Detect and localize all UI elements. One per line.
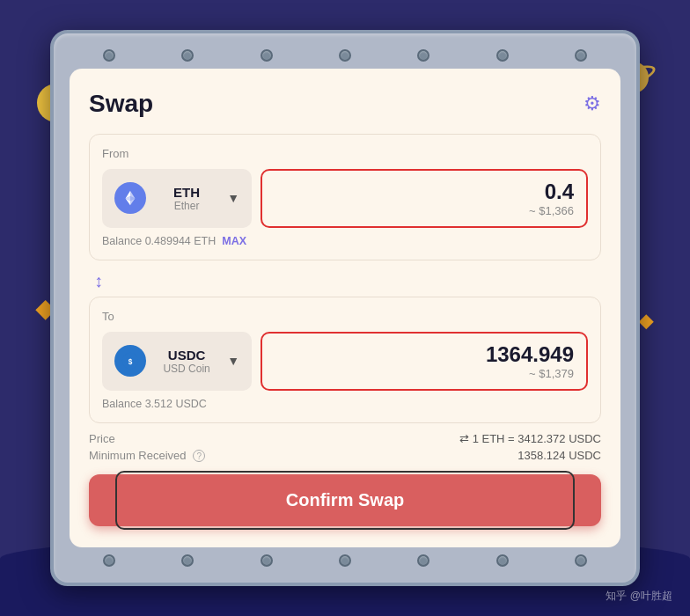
to-chevron-icon: ▼	[227, 354, 239, 368]
info-icon[interactable]: ?	[193, 450, 205, 462]
eth-token-fullname: Ether	[155, 200, 218, 212]
price-value: ⇄ 1 ETH = 3412.372 USDC	[459, 432, 601, 445]
eth-token-name: ETH	[155, 185, 218, 200]
bolt	[496, 554, 509, 567]
to-amount-usd: ~ $1,379	[529, 367, 574, 380]
bolt	[181, 49, 194, 62]
bolt	[261, 554, 273, 567]
to-label: To	[102, 310, 588, 323]
from-row: ETH Ether ▼ 0.4 ~ $1,366	[102, 169, 588, 228]
from-section: From ETH Et	[89, 134, 601, 260]
usdc-icon: $	[114, 345, 146, 377]
from-token-selector[interactable]: ETH Ether ▼	[102, 169, 252, 228]
bolt	[339, 49, 351, 62]
bolt	[496, 49, 509, 62]
page-title: Swap	[89, 90, 153, 118]
price-info: Price ⇄ 1 ETH = 3412.372 USDC Minimum Re…	[89, 432, 601, 463]
bolt	[575, 49, 587, 62]
bolt	[103, 554, 115, 567]
bolt	[261, 49, 273, 62]
bg-decoration-diamond-right	[639, 314, 654, 329]
settings-icon[interactable]: ⚙	[584, 92, 601, 115]
to-balance: Balance 3.512 USDC	[102, 398, 588, 410]
minimum-value: 1358.124 USDC	[518, 449, 601, 463]
bolt	[417, 554, 429, 567]
usdc-token-fullname: USD Coin	[155, 363, 218, 375]
from-amount-usd: ~ $1,366	[529, 204, 574, 217]
to-token-selector[interactable]: $ USDC USD Coin ▼	[102, 332, 252, 391]
price-row: Price ⇄ 1 ETH = 3412.372 USDC	[89, 432, 601, 445]
confirm-swap-button[interactable]: Confirm Swap	[89, 474, 601, 526]
bolts-top	[70, 49, 620, 62]
from-balance: Balance 0.489944 ETH MAX	[102, 235, 588, 247]
bolt	[181, 554, 194, 567]
minimum-label: Minimum Received ?	[89, 449, 205, 463]
swap-card: Swap ⚙ From	[70, 69, 620, 548]
swap-direction-button[interactable]: ↕	[89, 266, 601, 297]
price-label: Price	[89, 432, 115, 445]
bolt	[417, 49, 429, 62]
usdc-token-info: USDC USD Coin	[155, 348, 218, 375]
to-section: To $ USDC USD Coin ▼ 1	[89, 297, 601, 423]
watermark: 知乎 @叶胜超	[606, 589, 672, 604]
to-amount-value: 1364.949	[486, 342, 574, 367]
bolt	[575, 554, 587, 567]
minimum-received-row: Minimum Received ? 1358.124 USDC	[89, 449, 601, 463]
from-amount-box[interactable]: 0.4 ~ $1,366	[261, 169, 588, 228]
from-label: From	[102, 147, 588, 160]
from-amount-value: 0.4	[545, 180, 574, 204]
confirm-button-wrapper: Confirm Swap	[89, 474, 601, 526]
bolt	[339, 554, 351, 567]
svg-text:$: $	[128, 358, 133, 366]
from-chevron-icon: ▼	[227, 191, 239, 205]
main-panel: Swap ⚙ From	[50, 30, 640, 587]
to-row: $ USDC USD Coin ▼ 1364.949 ~ $1,379	[102, 332, 588, 391]
eth-icon	[114, 182, 146, 214]
bolt	[103, 49, 115, 62]
bolts-bottom	[70, 554, 620, 567]
usdc-token-name: USDC	[155, 348, 218, 363]
eth-token-info: ETH Ether	[155, 185, 218, 212]
max-button[interactable]: MAX	[222, 235, 246, 247]
to-amount-box[interactable]: 1364.949 ~ $1,379	[261, 332, 588, 391]
card-header: Swap ⚙	[89, 90, 601, 118]
